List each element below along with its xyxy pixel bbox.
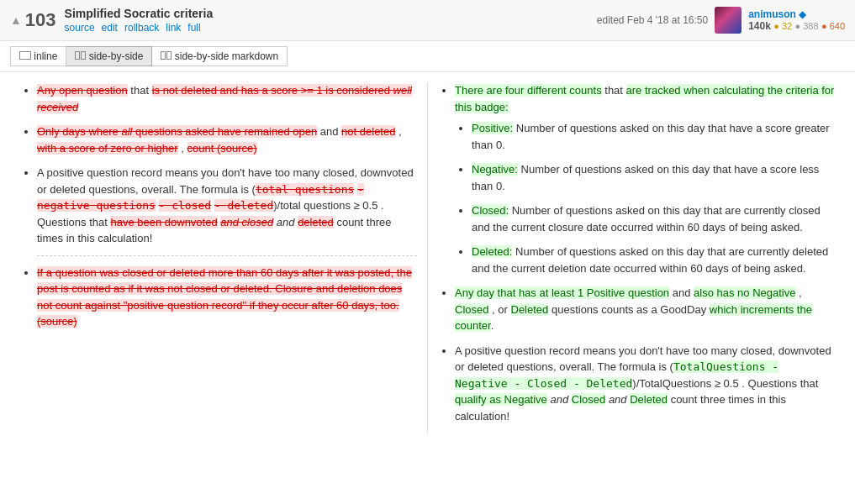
right-sub-2: Negative: Number of questions asked on t… [472,161,835,194]
right-item-3: A positive question record means you don… [455,343,835,425]
left-2-normal-1: and [320,125,341,138]
right-3-italic-1: and [550,393,568,406]
left-2-del-2: not deleted [341,125,395,138]
link-link[interactable]: link [166,22,181,34]
bronze-badge: ● 640 [821,21,845,31]
left-3-code-1: total questions [256,183,354,196]
right-sub-2-normal: Number of questions asked on this day th… [472,163,819,192]
right-2-normal-4: questions counts as a GoodDay [552,303,710,316]
right-1-normal-1: that [604,84,625,97]
inline-icon [19,51,31,60]
right-sub-4-ins: Deleted: [472,245,512,258]
sbs-md-icon [161,51,172,60]
vote-count: ▲ 103 [10,9,56,31]
right-2-period: . [491,319,494,332]
left-2-normal-3: , [181,142,187,155]
right-sub-1-ins: Positive: [472,122,513,134]
inline-label: inline [34,50,57,62]
diff-container: Any open question that is not deleted an… [0,72,855,443]
left-separator [37,255,417,256]
rollback-link[interactable]: rollback [124,22,159,34]
right-sub-3-ins: Closed: [472,204,509,217]
left-item-4: If a question was closed or deleted more… [37,265,417,330]
right-2-ins-2: also has no Negative [694,286,795,299]
left-item-3: A positive question record means you don… [37,165,417,247]
left-item-2: Only days where all questions asked have… [37,123,417,156]
revision-title: Simplified Socratic criteria [65,7,214,20]
right-3-ins-2: Closed [572,393,605,406]
right-3-ins-3: Deleted [630,393,668,406]
source-link[interactable]: source [65,22,95,34]
side-by-side-btn[interactable]: side-by-side [66,46,152,66]
right-2-ins-1: Any day that has at least 1 Positive que… [455,286,669,299]
user-diamond-icon: ◆ [799,8,806,20]
left-2-del-4: count (source) [187,142,257,155]
right-item-1: There are four different counts that are… [455,82,835,276]
right-sublist-1: Positive: Number of questions asked on t… [455,120,835,276]
left-2-del-1: Only days where all questions asked have… [37,125,317,138]
avatar [715,7,742,34]
user-info: animuson ◆ 140k ● 32 ● 388 ● 640 [748,8,845,32]
view-toolbar: inline side-by-side side-by-side markdow… [0,41,855,72]
right-sub-1-normal: Number of questions asked on this day th… [472,122,830,151]
left-2-normal-2: , [398,125,402,138]
left-4-del: If a question was closed or deleted more… [37,266,412,328]
sbs-md-label: side-by-side markdown [175,50,278,62]
left-3-italic: and [277,216,295,228]
right-3-ins-1: qualify as Negative [455,393,547,406]
revision-links[interactable]: source edit rollback link full [65,22,214,34]
silver-badge: ● 388 [795,21,819,31]
right-sub-3: Closed: Number of questions asked on thi… [472,202,835,235]
user-rep: 140k [748,20,771,32]
left-1-del-1: Any open question [37,84,128,97]
right-sub-4-normal: Number of questions asked on this day th… [472,245,828,275]
right-sub-3-normal: Number of questions asked on this day th… [472,204,821,234]
edited-timestamp: edited Feb 4 '18 at 16:50 [597,14,708,26]
right-sub-4: Deleted: Number of questions asked on th… [472,244,835,276]
full-link[interactable]: full [187,22,200,34]
title-area: Simplified Socratic criteria source edit… [65,7,214,34]
right-sub-2-ins: Negative: [472,163,518,176]
right-2-ins-3: Closed [455,303,488,316]
user-name[interactable]: animuson [748,8,796,20]
right-item-2: Any day that has at least 1 Positive que… [455,285,835,334]
gold-badge: ● 32 [773,21,792,31]
vote-arrow-icon: ▲ [10,13,22,27]
left-3-del-3: deleted [298,216,334,228]
diff-left: Any open question that is not deleted an… [10,82,428,433]
right-2-normal-3: , or [492,303,510,316]
left-3-code-3: - closed [159,199,212,212]
revision-header: ▲ 103 Simplified Socratic criteria sourc… [0,0,855,41]
right-3-code: TotalQuestions - Negative - Closed - Del… [455,360,778,390]
left-item-1: Any open question that is not deleted an… [37,82,417,115]
right-2-ins-4: Deleted [511,303,549,316]
left-3-del-1: have been downvoted [110,216,217,228]
header-right: edited Feb 4 '18 at 16:50 animuson ◆ 140… [597,7,845,34]
left-3-code-4: - deleted [214,199,273,212]
right-3-italic-2: and [609,393,627,406]
edit-link[interactable]: edit [102,22,118,34]
left-2-del-3: with a score of zero or higher [37,142,178,155]
right-2-normal-2: , [799,286,802,299]
side-by-side-md-btn[interactable]: side-by-side markdown [152,46,288,66]
inline-btn[interactable]: inline [10,46,66,66]
right-sub-1: Positive: Number of questions asked on t… [472,120,835,153]
right-1-ins-1: There are four different counts [455,84,602,97]
header-left: ▲ 103 Simplified Socratic criteria sourc… [10,7,213,34]
vote-number: 103 [25,9,56,31]
left-3-del-2: and closed [220,216,273,228]
diff-right: There are four different counts that are… [428,82,845,433]
sbs-icon [75,51,86,60]
sbs-label: side-by-side [89,50,144,62]
left-1-normal-1: that [130,84,151,97]
right-2-normal-1: and [673,286,694,299]
left-list: Any open question that is not deleted an… [20,82,417,330]
right-list: There are four different counts that are… [438,82,835,424]
